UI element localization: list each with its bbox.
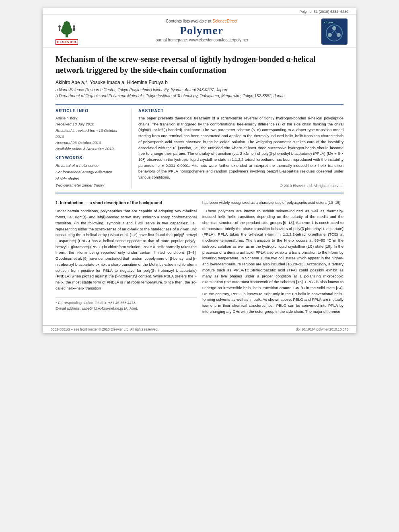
article-title: Mechanism of the screw-sense reversal of… <box>56 54 343 76</box>
svg-rect-7 <box>73 28 75 31</box>
col1-para1: Under certain conditions, polypeptides t… <box>56 208 197 291</box>
svg-point-4 <box>58 25 61 28</box>
journal-name: Polymer <box>87 24 316 37</box>
article-info-abstract: ARTICLE INFO Article history: Received 1… <box>56 104 343 193</box>
body-column-1: 1. Introduction — a short description of… <box>56 200 197 317</box>
affiliations: a Nano-Science Research Center, Tokyo Po… <box>56 87 343 99</box>
svg-point-11 <box>328 33 332 37</box>
col2-para2: These polymers are known to exhibit solv… <box>202 208 343 315</box>
footnote-text: * Corresponding author. Tel./fax: +81 45… <box>56 300 197 312</box>
footer-doi: doi:10.1016/j.polymer.2010.10.043 <box>296 327 348 331</box>
elsevier-logo: ELSEVIER <box>51 17 83 45</box>
copyright-line: © 2010 Elsevier Ltd. All rights reserved… <box>138 184 343 188</box>
journal-homepage: journal homepage: www.elsevier.com/locat… <box>87 38 316 42</box>
sciencedirect-link[interactable]: ScienceDirect <box>212 19 237 23</box>
svg-line-12 <box>334 30 337 33</box>
article-info-label: ARTICLE INFO <box>56 109 127 113</box>
keywords-section: Keywords: Reversal of α-helix sense Conf… <box>56 156 127 189</box>
article-info-section: ARTICLE INFO Article history: Received 1… <box>56 109 132 189</box>
authors: Akihiro Abe a,*, Yosuke Imada a, Hidemin… <box>56 80 343 85</box>
page: Polymer 51 (2010) 6234–6239 <box>43 8 356 333</box>
footer-bar: 0032-3861/$ – see front matter © 2010 El… <box>43 325 356 333</box>
journal-header: ELSEVIER Contents lists available at Sci… <box>43 15 356 47</box>
keyword-list: Reversal of α-helix sense Conformational… <box>56 162 127 189</box>
journal-center: Contents lists available at ScienceDirec… <box>83 17 320 44</box>
abstract-text: The paper presents theoretical treatment… <box>138 115 343 181</box>
sciencedirect-text: Contents lists available at ScienceDirec… <box>87 19 316 23</box>
keywords-label: Keywords: <box>56 156 127 160</box>
svg-rect-5 <box>59 28 60 31</box>
polymer-badge-label: polymer <box>323 20 335 24</box>
polymer-badge: polymer <box>320 17 348 45</box>
svg-point-3 <box>64 21 70 27</box>
article-content: Mechanism of the screw-sense reversal of… <box>43 47 356 325</box>
svg-line-13 <box>332 30 334 33</box>
footnote-area: * Corresponding author. Tel./fax: +81 45… <box>56 298 197 312</box>
footer-issn: 0032-3861/$ – see front matter © 2010 El… <box>51 327 158 331</box>
col2-para1: has been widely recognized as a characte… <box>202 200 343 206</box>
section1-heading: 1. Introduction — a short description of… <box>56 200 197 206</box>
svg-point-10 <box>337 33 341 37</box>
elsevier-label: ELSEVIER <box>56 39 78 45</box>
svg-point-9 <box>332 26 336 30</box>
abstract-label: ABSTRACT <box>138 109 343 113</box>
abstract-section: ABSTRACT The paper presents theoretical … <box>138 109 343 189</box>
article-history: Article history: Received 18 July 2010 R… <box>56 115 127 152</box>
doi-top: Polymer 51 (2010) 6234–6239 <box>299 10 348 14</box>
body-column-2: has been widely recognized as a characte… <box>202 200 343 317</box>
article-body: 1. Introduction — a short description of… <box>56 200 343 317</box>
svg-point-6 <box>73 25 75 28</box>
